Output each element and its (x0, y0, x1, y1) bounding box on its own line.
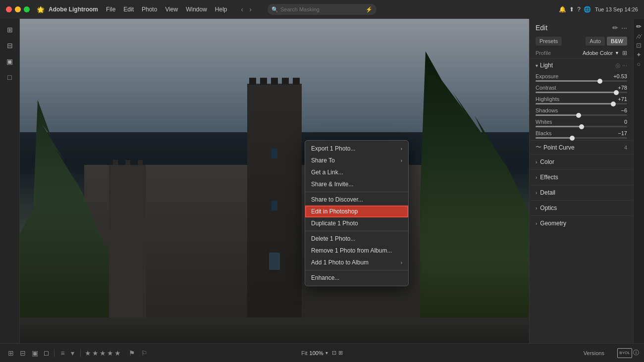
fullscreen-button[interactable] (24, 6, 30, 12)
versions-label[interactable]: Versions (584, 350, 604, 356)
panel-brush-icon[interactable]: ✏ (612, 24, 618, 32)
sys-icon-1[interactable]: 🔔 (559, 6, 566, 13)
sort-direction-icon[interactable]: ▾ (69, 348, 76, 358)
flag-icon[interactable]: ⚑ (127, 348, 137, 358)
ctx-duplicate[interactable]: Duplicate 1 Photo (305, 217, 408, 229)
menu-view[interactable]: View (165, 6, 178, 13)
reject-icon[interactable]: ⚐ (139, 348, 150, 358)
exposure-value: +0.53 (613, 73, 627, 79)
back-arrow[interactable]: ‹ (239, 4, 246, 14)
ctx-share-discover[interactable]: Share to Discover... (305, 194, 408, 206)
left-tower (109, 165, 146, 343)
crop-tool-icon[interactable]: ⊡ (636, 42, 642, 49)
masking-tool-icon[interactable]: ⌭ (636, 32, 642, 40)
shadows-track[interactable] (536, 114, 627, 116)
light-section-header[interactable]: ▾ Light ◎ ··· (530, 58, 633, 72)
highlights-slider-row: Highlights +71 (530, 95, 633, 106)
byol-info-icon[interactable]: ⓘ (633, 349, 639, 357)
exposure-track[interactable] (536, 80, 627, 82)
menu-file[interactable]: File (106, 6, 115, 13)
columns-view-icon[interactable]: ⊟ (18, 348, 28, 358)
exposure-thumb[interactable] (597, 79, 602, 84)
search-input[interactable] (280, 6, 364, 12)
profile-value[interactable]: Adobe Color ▼ (583, 50, 619, 56)
fit-expand2-icon[interactable]: ⊞ (338, 350, 343, 356)
fit-expand-icon[interactable]: ⊡ (332, 350, 336, 356)
app-name: Adobe Lightroom (49, 6, 98, 13)
star-3[interactable]: ★ (100, 349, 106, 357)
contrast-track[interactable] (536, 92, 627, 93)
ctx-enhance[interactable]: Enhance... (305, 272, 408, 284)
whites-thumb[interactable] (579, 124, 584, 129)
single-view-icon[interactable]: □ (42, 348, 50, 358)
ctx-delete[interactable]: Delete 1 Photo... (305, 233, 408, 245)
ctx-get-link[interactable]: Get a Link... (305, 166, 408, 178)
app-icon: 🌟 (37, 6, 45, 13)
color-header[interactable]: › Color (530, 155, 633, 169)
sys-icon-4[interactable]: 🌐 (584, 6, 591, 13)
point-curve-row[interactable]: 〜 Point Curve 4 (530, 140, 633, 154)
auto-button[interactable]: Auto (586, 37, 605, 46)
redeye-tool-icon[interactable]: ○ (637, 60, 641, 68)
menu-photo[interactable]: Photo (142, 6, 157, 13)
menu-help[interactable]: Help (215, 6, 227, 13)
optics-header[interactable]: › Optics (530, 201, 633, 215)
light-dots-icon[interactable]: ··· (622, 62, 627, 69)
contrast-thumb[interactable] (614, 90, 619, 95)
ctx-edit-photoshop[interactable]: Edit in Photoshop (305, 206, 408, 217)
close-button[interactable] (6, 6, 12, 12)
ctx-remove-album[interactable]: Remove 1 Photo from Album... (305, 245, 408, 257)
highlights-label: Highlights (536, 96, 559, 102)
forward-arrow[interactable]: › (247, 4, 254, 14)
minimize-button[interactable] (15, 6, 21, 12)
star-5[interactable]: ★ (114, 349, 121, 357)
toolbar-grid-icon[interactable]: ⊞ (3, 23, 17, 37)
highlights-thumb[interactable] (611, 102, 616, 106)
compare-view-icon[interactable]: ▣ (30, 348, 40, 358)
toolbar-filmstrip-icon[interactable]: ⊟ (3, 39, 17, 52)
star-2[interactable]: ★ (92, 349, 99, 357)
sys-icon-3[interactable]: ? (577, 6, 581, 13)
presets-button[interactable]: Presets (536, 37, 562, 46)
bw-button[interactable]: B&W (607, 37, 627, 46)
light-eye-icon[interactable]: ◎ (615, 62, 620, 69)
edit-tool-icon[interactable]: ✏ (636, 23, 642, 30)
profile-row: Profile Adobe Color ▼ ⊞ (530, 48, 633, 58)
detail-title: Detail (540, 189, 555, 196)
star-4[interactable]: ★ (107, 349, 113, 357)
highlights-track[interactable] (536, 103, 627, 104)
merlon (125, 160, 130, 165)
detail-header[interactable]: › Detail (530, 185, 633, 200)
ctx-share-invite[interactable]: Share & Invite... (305, 178, 408, 190)
geometry-header[interactable]: › Geometry (530, 216, 633, 231)
search-bar[interactable]: 🔍 ⚡ (268, 4, 376, 15)
effects-section: › Effects (530, 169, 633, 185)
sort-icon[interactable]: ≡ (58, 348, 66, 358)
menu-window[interactable]: Window (186, 6, 207, 13)
whites-track[interactable] (536, 126, 627, 127)
blacks-track[interactable] (536, 137, 627, 139)
toolbar-compare-icon[interactable]: ▣ (3, 54, 17, 68)
filter-icon[interactable]: ⚡ (366, 6, 373, 13)
presets-row: Presets Auto B&W (530, 35, 633, 48)
ctx-share-to[interactable]: Share To › (305, 155, 408, 166)
panel-dots-icon[interactable]: ··· (621, 24, 627, 32)
fit-dropdown-icon[interactable]: ▾ (325, 350, 328, 356)
grid-view-icon[interactable]: ⊞ (6, 348, 16, 358)
toolbar-single-icon[interactable]: □ (3, 70, 17, 84)
ctx-share-to-arrow: › (401, 158, 402, 163)
point-curve-value: 4 (624, 145, 627, 151)
curve-icon: 〜 (536, 143, 541, 152)
fit-label: Fit 100% ▾ ⊡ ⊞ (301, 350, 342, 356)
shadows-thumb[interactable] (576, 113, 581, 118)
blacks-thumb[interactable] (570, 136, 575, 141)
star-1[interactable]: ★ (85, 349, 91, 357)
menu-edit[interactable]: Edit (123, 6, 134, 13)
profile-grid-icon[interactable]: ⊞ (622, 50, 627, 56)
heal-tool-icon[interactable]: ✦ (636, 51, 642, 58)
merlon (282, 78, 289, 85)
sys-icon-2[interactable]: ⬆ (569, 6, 574, 13)
ctx-export[interactable]: Export 1 Photo... › (305, 143, 408, 155)
ctx-add-album[interactable]: Add 1 Photo to Album › (305, 257, 408, 268)
effects-header[interactable]: › Effects (530, 170, 633, 185)
